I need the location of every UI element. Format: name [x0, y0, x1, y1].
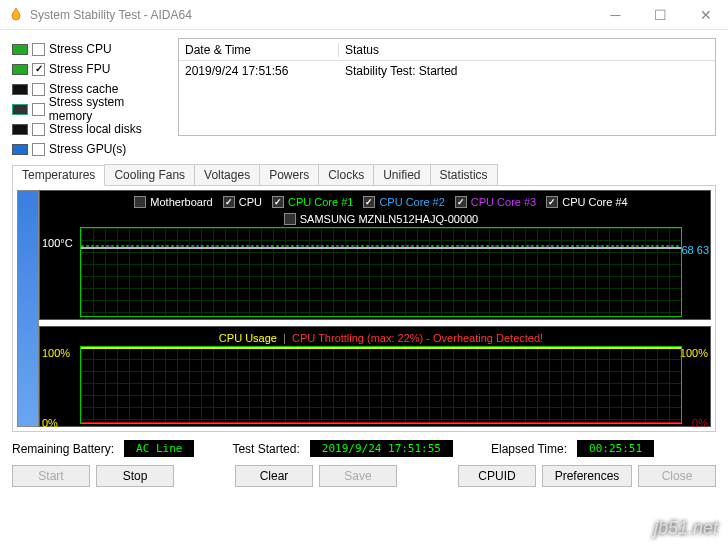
log-col-date[interactable]: Date & Time [179, 43, 339, 57]
temp-plot: 68 63 [80, 227, 682, 317]
stress-cpu-checkbox[interactable] [32, 43, 45, 56]
stress-options: Stress CPU Stress FPU Stress cache Stres… [12, 38, 170, 158]
stress-gpu-checkbox[interactable] [32, 143, 45, 156]
cpu-usage-label: CPU Usage [219, 332, 277, 344]
stress-memory-label: Stress system memory [49, 95, 170, 123]
tabs: Temperatures Cooling Fans Voltages Power… [12, 164, 716, 186]
temp-legend-2: SAMSUNG MZNLN512HAJQ-00000 [80, 210, 682, 227]
cpuid-button[interactable]: CPUID [458, 465, 536, 487]
tab-voltages[interactable]: Voltages [194, 164, 260, 185]
stress-gpu-row[interactable]: Stress GPU(s) [12, 140, 170, 158]
button-row: Start Stop Clear Save CPUID Preferences … [12, 459, 716, 497]
temperature-chart: Motherboard CPU CPU Core #1 CPU Core #2 … [39, 190, 711, 320]
temp-right-value: 68 63 [681, 244, 709, 256]
minimize-button[interactable]: ─ [593, 0, 638, 29]
legend-core4[interactable]: CPU Core #4 [546, 196, 627, 208]
stress-memory-checkbox[interactable] [32, 103, 45, 116]
cpu-throttling-label: CPU Throttling (max: 22%) - Overheating … [292, 332, 543, 344]
close-app-button[interactable]: Close [638, 465, 716, 487]
stress-cache-label: Stress cache [49, 82, 118, 96]
cache-icon [12, 84, 28, 95]
cpu-ymin-left: 0% [42, 417, 58, 429]
log-col-status[interactable]: Status [339, 43, 379, 57]
elapsed-label: Elapsed Time: [491, 442, 567, 456]
stop-button[interactable]: Stop [96, 465, 174, 487]
log-header: Date & Time Status [179, 39, 715, 61]
memory-icon [12, 104, 28, 115]
legend-core3[interactable]: CPU Core #3 [455, 196, 536, 208]
battery-label: Remaining Battery: [12, 442, 114, 456]
stress-fpu-label: Stress FPU [49, 62, 110, 76]
watermark: jb51.net [654, 518, 718, 539]
log-row[interactable]: 2019/9/24 17:51:56 Stability Test: Start… [179, 61, 715, 81]
start-button[interactable]: Start [12, 465, 90, 487]
started-value: 2019/9/24 17:51:55 [310, 440, 453, 457]
status-row: Remaining Battery: AC Line Test Started:… [12, 432, 716, 459]
scroll-strip[interactable] [17, 190, 39, 427]
tab-temperatures[interactable]: Temperatures [12, 165, 105, 186]
cpu-icon [12, 44, 28, 55]
stress-cpu-label: Stress CPU [49, 42, 112, 56]
cpu-chart-header: CPU Usage | CPU Throttling (max: 22%) - … [80, 329, 682, 346]
clear-button[interactable]: Clear [235, 465, 313, 487]
stress-memory-row[interactable]: Stress system memory [12, 100, 170, 118]
elapsed-value: 00:25:51 [577, 440, 654, 457]
battery-value: AC Line [124, 440, 194, 457]
tab-statistics[interactable]: Statistics [430, 164, 498, 185]
fpu-icon [12, 64, 28, 75]
stress-disks-row[interactable]: Stress local disks [12, 120, 170, 138]
disk-icon [12, 124, 28, 135]
log-row-status: Stability Test: Started [339, 64, 458, 78]
legend-cpu[interactable]: CPU [223, 196, 262, 208]
close-button[interactable]: ✕ [683, 0, 728, 29]
started-label: Test Started: [232, 442, 299, 456]
stress-cpu-row[interactable]: Stress CPU [12, 40, 170, 58]
log-row-date: 2019/9/24 17:51:56 [179, 64, 339, 78]
maximize-button[interactable]: ☐ [638, 0, 683, 29]
app-icon [8, 7, 24, 23]
legend-samsung[interactable]: SAMSUNG MZNLN512HAJQ-00000 [284, 213, 479, 225]
tab-cooling-fans[interactable]: Cooling Fans [104, 164, 195, 185]
legend-motherboard[interactable]: Motherboard [134, 196, 212, 208]
cpu-chart: CPU Usage | CPU Throttling (max: 22%) - … [39, 326, 711, 427]
stress-gpu-label: Stress GPU(s) [49, 142, 126, 156]
tab-powers[interactable]: Powers [259, 164, 319, 185]
gpu-icon [12, 144, 28, 155]
stress-fpu-row[interactable]: Stress FPU [12, 60, 170, 78]
preferences-button[interactable]: Preferences [542, 465, 632, 487]
temp-legend: Motherboard CPU CPU Core #1 CPU Core #2 … [80, 193, 682, 210]
stress-cache-checkbox[interactable] [32, 83, 45, 96]
stress-fpu-checkbox[interactable] [32, 63, 45, 76]
tab-unified[interactable]: Unified [373, 164, 430, 185]
legend-core2[interactable]: CPU Core #2 [363, 196, 444, 208]
save-button[interactable]: Save [319, 465, 397, 487]
stress-disks-checkbox[interactable] [32, 123, 45, 136]
temp-ymax: 100°C [42, 237, 73, 249]
cpu-ymax-right: 100% [680, 347, 708, 359]
window-title: System Stability Test - AIDA64 [30, 8, 593, 22]
stress-disks-label: Stress local disks [49, 122, 142, 136]
cpu-ymax-left: 100% [42, 347, 70, 359]
cpu-ymin-right: 0% [692, 417, 708, 429]
tab-clocks[interactable]: Clocks [318, 164, 374, 185]
cpu-plot [80, 346, 682, 424]
legend-core1[interactable]: CPU Core #1 [272, 196, 353, 208]
log-panel: Date & Time Status 2019/9/24 17:51:56 St… [178, 38, 716, 136]
titlebar: System Stability Test - AIDA64 ─ ☐ ✕ [0, 0, 728, 30]
